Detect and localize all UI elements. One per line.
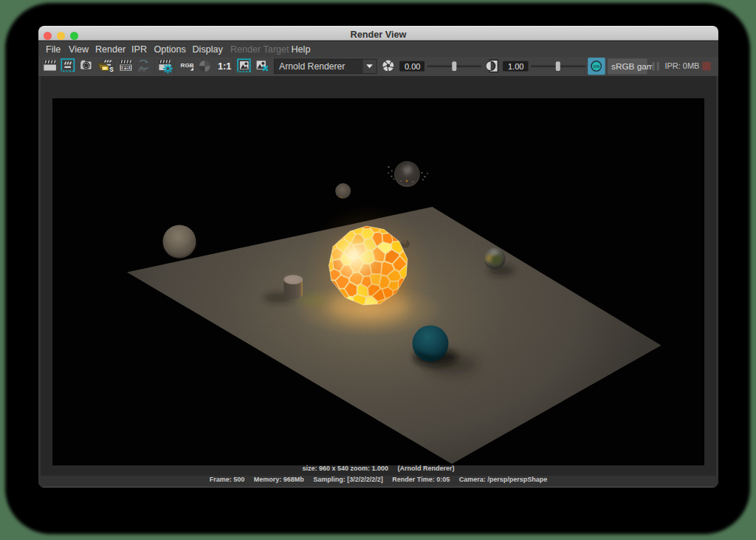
svg-text:IPR: IPR bbox=[122, 65, 129, 70]
svg-text:1.00: 1.00 bbox=[508, 62, 523, 71]
svg-text:Arnold Renderer: Arnold Renderer bbox=[279, 61, 345, 72]
svg-text:sRGB gam: sRGB gam bbox=[611, 61, 654, 72]
svg-text:IPR: 0MB: IPR: 0MB bbox=[664, 61, 699, 70]
svg-text:0.00: 0.00 bbox=[405, 62, 420, 71]
svg-text:IPR: IPR bbox=[138, 67, 146, 72]
svg-text:RGB: RGB bbox=[181, 62, 194, 69]
svg-text:S: S bbox=[109, 66, 114, 73]
svg-text:1:1: 1:1 bbox=[218, 61, 231, 72]
svg-text:ON: ON bbox=[594, 64, 599, 69]
